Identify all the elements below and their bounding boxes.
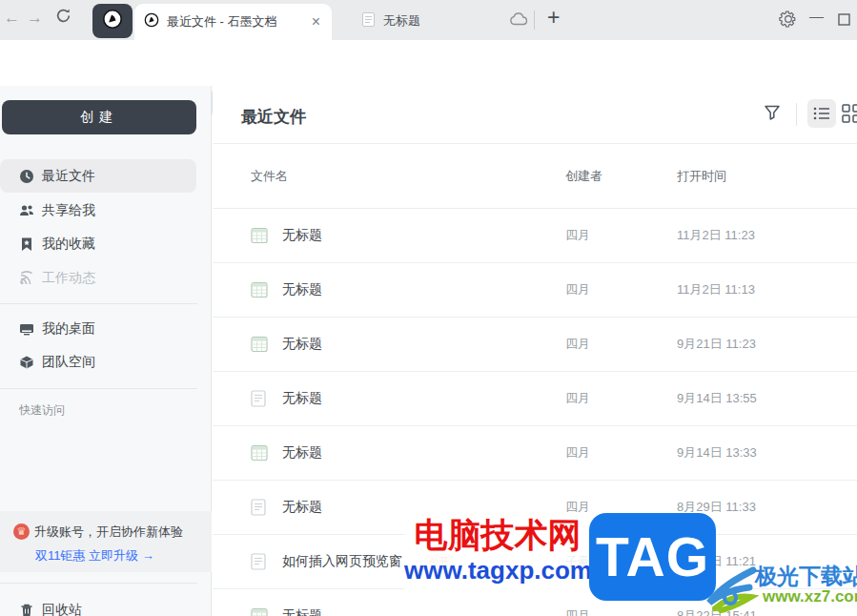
page-title: 最近文件 xyxy=(241,106,306,128)
upgrade-link[interactable]: 双11钜惠 立即升级 → xyxy=(35,547,154,565)
main-panel: 最近文件 文件名 创建者 打开时间 无标题 四 xyxy=(213,86,857,616)
table-header: 文件名 创建者 打开时间 xyxy=(213,144,857,208)
file-opened-time: 11月2日 11:13 xyxy=(677,281,857,298)
file-name: 无标题 xyxy=(282,227,322,244)
sidebar-item-desktop[interactable]: 我的桌面 xyxy=(0,312,196,345)
pinned-tab-shimo[interactable] xyxy=(92,4,133,38)
sidebar-item-label: 团队空间 xyxy=(42,354,95,371)
sidebar-divider xyxy=(0,583,197,584)
sidebar-item-label: 我的收藏 xyxy=(42,236,95,253)
back-icon[interactable]: ← xyxy=(4,9,20,28)
file-opened-time: 9月14日 13:55 xyxy=(677,390,857,407)
file-opened-time: 9月21日 11:23 xyxy=(677,336,857,353)
sidebar-item-recent[interactable]: 最近文件 xyxy=(0,159,196,193)
forward-icon[interactable]: → xyxy=(27,9,43,28)
quick-access-label: 快速访问 xyxy=(19,402,65,419)
maximize-icon[interactable] xyxy=(838,12,850,30)
file-opened-time: 8月22日 15:41 xyxy=(677,607,857,616)
sidebar-item-label: 最近文件 xyxy=(42,168,95,185)
sidebar-item-label: 我的桌面 xyxy=(42,320,95,338)
table-row[interactable]: 如何插入网页预览窗公开 子豪 8月29日 11:21 xyxy=(213,534,857,588)
column-creator: 创建者 xyxy=(565,168,677,185)
tab-untitled[interactable]: 无标题 xyxy=(362,8,420,34)
cloud-icon[interactable] xyxy=(509,11,529,31)
file-type-icon xyxy=(251,607,268,616)
app-header: 石墨文档 ✱ 权限细到单元格，表格高级功能免费用！ » xyxy=(0,40,857,86)
gear-icon[interactable] xyxy=(779,10,798,32)
file-opened-time: 8月29日 11:21 xyxy=(677,553,857,570)
sidebar-item-trash[interactable]: 回收站 xyxy=(0,593,196,616)
list-view-button[interactable] xyxy=(807,99,836,128)
file-creator: 四月 xyxy=(565,390,677,407)
upgrade-promo-card[interactable]: ♛ 升级账号，开启协作新体验 双11钜惠 立即升级 → xyxy=(0,511,212,572)
file-opened-time: 11月2日 11:23 xyxy=(677,227,857,244)
sidebar-divider xyxy=(0,303,197,304)
file-type-icon xyxy=(251,553,268,570)
table-row[interactable]: 无标题 四月 11月2日 11:13 xyxy=(213,262,857,317)
filter-icon[interactable] xyxy=(764,104,781,125)
minimize-icon[interactable]: — xyxy=(809,8,824,24)
rss-icon xyxy=(19,271,34,286)
file-creator: 四月 xyxy=(565,227,677,244)
file-creator: 子豪 xyxy=(565,553,677,570)
document-icon xyxy=(362,12,375,31)
promo-title: 升级账号，开启协作新体验 xyxy=(34,524,183,541)
file-creator: 四月 xyxy=(565,499,677,516)
shimo-logo-icon xyxy=(144,12,159,31)
sidebar-item-label: 回收站 xyxy=(42,602,82,616)
tab-bar-divider xyxy=(534,10,535,30)
file-opened-time: 9月14日 13:33 xyxy=(677,444,857,462)
clock-icon xyxy=(19,169,34,184)
file-type-icon xyxy=(251,281,268,298)
visibility-badge: 公开 xyxy=(425,554,454,570)
table-row[interactable]: 无标题 四月 8月29日 11:33 xyxy=(213,480,857,534)
file-name: 无标题 xyxy=(282,281,322,298)
people-icon xyxy=(19,203,34,218)
sidebar-item-label: 共享给我 xyxy=(42,202,95,219)
crown-badge-icon: ♛ xyxy=(13,524,30,540)
file-type-icon xyxy=(251,336,268,353)
file-creator: 四月 xyxy=(565,444,677,462)
sidebar-item-label: 工作动态 xyxy=(42,270,95,287)
file-name: 无标题 xyxy=(282,444,322,462)
create-button[interactable]: 创建 xyxy=(2,100,196,134)
table-row[interactable]: 无标题 四月 9月14日 13:55 xyxy=(213,371,857,425)
tab-title: 最近文件 - 石墨文档 xyxy=(167,13,310,31)
trash-icon xyxy=(19,603,34,616)
cube-icon xyxy=(19,355,34,370)
file-creator: 四月 xyxy=(565,281,677,298)
close-tab-icon[interactable]: × xyxy=(310,13,322,31)
new-tab-icon[interactable]: + xyxy=(547,5,560,31)
file-type-icon xyxy=(251,499,268,516)
shimo-logo-icon xyxy=(102,9,123,33)
file-type-icon xyxy=(251,227,268,244)
file-creator: 四月 xyxy=(565,607,677,616)
file-opened-time: 8月29日 11:33 xyxy=(677,499,857,516)
table-row[interactable]: 无标题 四月 9月21日 11:23 xyxy=(213,317,857,371)
bookmark-star-icon xyxy=(19,236,34,252)
shimo-docs-window: ← → 最近文件 - 石墨文档 × 无标题 + xyxy=(0,0,857,616)
view-toggle-divider xyxy=(796,103,797,126)
sidebar-item-team[interactable]: 团队空间 xyxy=(0,345,196,379)
tab-recent-files[interactable]: 最近文件 - 石墨文档 × xyxy=(134,4,332,40)
grid-view-button[interactable] xyxy=(842,104,857,127)
file-name: 无标题 xyxy=(282,607,322,616)
tab-title: 无标题 xyxy=(383,12,420,30)
file-creator: 四月 xyxy=(565,336,677,353)
table-row[interactable]: 无标题 四月 8月22日 15:41 xyxy=(213,588,857,616)
column-opened: 打开时间 xyxy=(677,168,857,185)
sidebar-item-shared[interactable]: 共享给我 xyxy=(0,194,196,227)
sidebar-item-favorites[interactable]: 我的收藏 xyxy=(0,227,196,260)
main-title-bar: 最近文件 xyxy=(213,86,857,144)
table-row[interactable]: 无标题 四月 11月2日 11:23 xyxy=(213,208,857,262)
refresh-icon[interactable] xyxy=(55,8,71,29)
sidebar-item-activity[interactable]: 工作动态 xyxy=(0,261,196,295)
file-list: 无标题 四月 11月2日 11:23 无标题 四月 11月2日 11:13 无标… xyxy=(213,208,857,616)
desktop-icon xyxy=(19,321,34,337)
sidebar-divider xyxy=(0,388,197,389)
table-row[interactable]: 无标题 四月 9月14日 13:33 xyxy=(213,425,857,480)
file-name: 无标题 xyxy=(282,390,322,407)
file-type-icon xyxy=(251,390,268,407)
file-name: 无标题 xyxy=(282,336,322,353)
column-filename: 文件名 xyxy=(251,168,565,185)
